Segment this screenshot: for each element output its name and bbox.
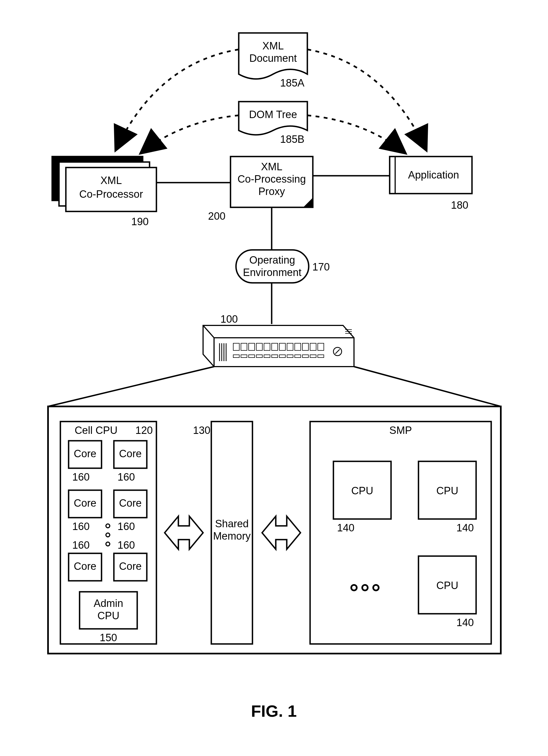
xml-proxy-l2: Co-Processing	[238, 173, 306, 185]
svg-rect-21	[287, 343, 293, 350]
arrow-xmldoc-to-coproc	[115, 49, 239, 151]
smp-block: 110 SMP CPU 140 CPU 140 CPU 140	[310, 422, 491, 644]
core-ref-4: 160	[118, 521, 135, 532]
admin-l2: CPU	[97, 610, 119, 621]
svg-rect-25	[318, 343, 324, 350]
operating-environment: Operating Environment 170	[236, 250, 330, 283]
svg-rect-18	[264, 343, 270, 350]
svg-rect-33	[287, 355, 293, 358]
core-ref-1: 160	[72, 471, 90, 483]
svg-rect-19	[272, 343, 278, 350]
svg-rect-31	[272, 355, 278, 358]
svg-rect-29	[256, 355, 262, 358]
cpu-ref-2: 140	[456, 522, 474, 534]
cell-cpu-block: Cell CPU 120 Core 160 Core 160 Core 160 …	[60, 422, 157, 644]
svg-rect-20	[279, 343, 285, 350]
cell-cpu-ref: 120	[135, 425, 153, 436]
xml-proxy-l3: Proxy	[258, 186, 285, 197]
core-4: Core	[119, 497, 142, 509]
xml-document-l2: Document	[249, 52, 297, 64]
shared-l1: Shared	[215, 518, 249, 529]
xml-proxy-l1: XML	[261, 161, 282, 172]
device-ref: 100	[220, 313, 238, 325]
xml-document-l1: XML	[262, 40, 284, 52]
figure-label: FIG. 1	[251, 702, 297, 720]
svg-rect-36	[310, 355, 316, 358]
core-ref-6: 160	[118, 539, 135, 551]
env-l2: Environment	[243, 267, 301, 278]
expand-left	[48, 367, 214, 406]
application-text: Application	[408, 169, 459, 181]
xml-document-ref: 185A	[280, 77, 304, 89]
arrow-xmldoc-to-app	[307, 49, 427, 151]
svg-rect-22	[295, 343, 301, 350]
core-5: Core	[74, 560, 96, 572]
xml-proxy-ref: 200	[208, 210, 225, 222]
core-ref-3: 160	[72, 521, 90, 532]
application-ref: 180	[451, 199, 468, 211]
cpu-2: CPU	[436, 485, 458, 496]
svg-rect-37	[318, 355, 324, 358]
device-switch: 100	[203, 313, 354, 367]
core-ref-2: 160	[118, 471, 135, 483]
xml-document-shape: XML Document 185A	[239, 33, 307, 89]
diagram: XML Document 185A DOM Tree 185B XML Co-P…	[0, 0, 548, 756]
core-1: Core	[74, 448, 96, 459]
svg-rect-16	[249, 343, 255, 350]
cpu-3: CPU	[436, 580, 458, 591]
xml-coprocessor-stack: XML Co-Processor 190	[52, 157, 157, 227]
shared-l2: Memory	[213, 530, 251, 542]
env-l1: Operating	[250, 254, 295, 266]
core-2: Core	[119, 448, 142, 459]
expand-right	[354, 367, 501, 406]
svg-rect-34	[295, 355, 301, 358]
core-3: Core	[74, 497, 96, 509]
cpu-1: CPU	[351, 485, 373, 496]
dom-tree-text: DOM Tree	[249, 109, 297, 120]
svg-rect-30	[264, 355, 270, 358]
cpu-ref-3: 140	[456, 617, 474, 628]
svg-rect-15	[241, 343, 247, 350]
arrow-domtree-to-coproc	[140, 115, 239, 154]
arrow-domtree-to-app	[307, 115, 406, 154]
svg-rect-28	[249, 355, 255, 358]
cell-cpu-title: Cell CPU	[75, 425, 118, 436]
svg-rect-26	[233, 355, 239, 358]
core-ref-5: 160	[72, 539, 90, 551]
xml-coprocessor-l2: Co-Processor	[79, 188, 143, 200]
xml-proxy-box: XML Co-Processing Proxy 200	[208, 157, 313, 222]
svg-rect-14	[233, 343, 239, 350]
svg-rect-32	[279, 355, 285, 358]
application-box: Application 180	[390, 157, 472, 211]
shared-ref: 130	[193, 425, 210, 436]
core-6: Core	[119, 560, 142, 572]
svg-rect-17	[256, 343, 262, 350]
svg-rect-27	[241, 355, 247, 358]
smp-title: SMP	[389, 425, 412, 436]
env-ref: 170	[312, 261, 329, 273]
xml-coprocessor-ref: 190	[131, 216, 149, 227]
dom-tree-shape: DOM Tree 185B	[239, 102, 307, 145]
admin-l1: Admin	[94, 598, 123, 609]
admin-ref: 150	[100, 632, 117, 643]
dom-tree-ref: 185B	[280, 133, 304, 145]
svg-rect-35	[302, 355, 308, 358]
svg-rect-24	[310, 343, 316, 350]
cpu-ref-1: 140	[337, 522, 354, 534]
svg-rect-23	[302, 343, 308, 350]
xml-coprocessor-l1: XML	[100, 175, 122, 186]
